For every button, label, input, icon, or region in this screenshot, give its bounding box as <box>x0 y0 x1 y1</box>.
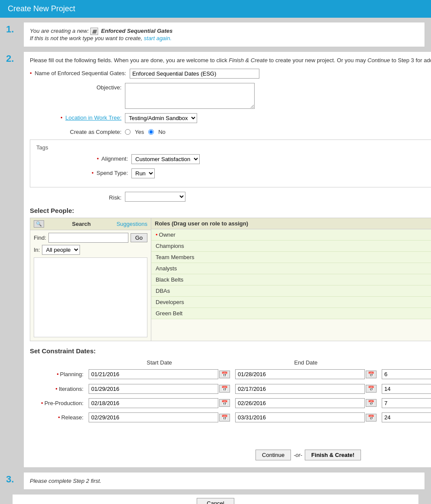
find-label: Find: <box>34 235 46 241</box>
location-label: • Location in Work Tree: <box>30 113 125 121</box>
role-team-members-label: Team Members <box>156 254 195 260</box>
role-team-members[interactable]: Team Members <box>151 252 431 263</box>
in-select[interactable]: All people <box>42 245 80 255</box>
page-title: Create New Project <box>8 4 75 13</box>
col-start-header: Start Date <box>86 358 233 367</box>
search-icon: 🔍 <box>34 220 46 228</box>
find-input[interactable] <box>48 233 128 243</box>
suggestions-link[interactable]: Suggestions <box>116 221 147 227</box>
release-duration-input[interactable] <box>382 412 431 422</box>
preprod-start-cal[interactable]: 📅 <box>219 399 230 407</box>
iterations-start-input[interactable] <box>89 384 218 394</box>
iterations-end-cal[interactable]: 📅 <box>366 385 377 393</box>
location-select[interactable]: Testing/Admin Sandbox <box>125 113 197 123</box>
planning-end-cal[interactable]: 📅 <box>366 371 377 378</box>
complete-radio-group: Yes No <box>125 127 166 135</box>
preprod-duration-input[interactable] <box>382 398 431 408</box>
planning-end-cell: 📅 <box>233 367 379 381</box>
location-row: • Location in Work Tree: Testing/Admin S… <box>30 113 431 123</box>
planning-end-input[interactable] <box>235 369 365 379</box>
dates-table: Start Date End Date Duration •Planning: <box>30 358 431 425</box>
preprod-start-input[interactable] <box>89 398 218 408</box>
release-start-cell: 📅 <box>86 410 233 425</box>
preprod-end-cell: 📅 <box>233 396 379 410</box>
preprod-row: •Pre-Production: 📅 <box>30 396 431 410</box>
step1-text: You are creating a new: ▦ Enforced Seque… <box>30 28 418 41</box>
complete-no-radio[interactable] <box>148 129 154 135</box>
risk-select[interactable] <box>125 192 185 202</box>
objective-label: Objective: <box>30 83 125 91</box>
planning-duration-input[interactable] <box>382 369 431 379</box>
release-start-input[interactable] <box>89 412 218 422</box>
role-developers[interactable]: Developers <box>151 297 431 308</box>
start-again-link[interactable]: start again. <box>144 35 172 41</box>
objective-row: Objective: <box>30 83 431 109</box>
release-end-input[interactable] <box>235 412 365 422</box>
preprod-end-cal[interactable]: 📅 <box>366 399 377 407</box>
page-header: Create New Project <box>0 0 431 18</box>
release-end-cal[interactable]: 📅 <box>366 414 377 422</box>
step1-row: 1. You are creating a new: ▦ Enforced Se… <box>6 22 425 47</box>
iterations-start-cal[interactable]: 📅 <box>219 385 230 393</box>
complete-label: Create as Complete: <box>30 127 125 135</box>
role-dbas[interactable]: DBAs <box>151 285 431 297</box>
role-owner[interactable]: •Owner <box>151 229 431 241</box>
planning-start-cal[interactable]: 📅 <box>219 371 230 378</box>
spend-select[interactable]: Run <box>131 168 155 178</box>
location-link[interactable]: Location in Work Tree: <box>65 114 121 121</box>
in-row: In: All people <box>30 244 151 257</box>
preprod-end-input[interactable] <box>235 398 365 408</box>
select-people-title: Select People: <box>30 207 431 214</box>
go-button[interactable]: Go <box>131 233 147 242</box>
tags-title: Tags <box>36 144 431 151</box>
name-input[interactable] <box>130 69 259 79</box>
spend-label: • Spend Type: <box>36 168 131 176</box>
iterations-label: •Iterations: <box>30 381 86 396</box>
planning-start-input[interactable] <box>89 369 218 379</box>
work-type-icon: ▦ <box>90 28 98 35</box>
constraint-title: Set Constraint Dates: <box>30 347 431 355</box>
role-champions[interactable]: Champions <box>151 241 431 252</box>
iterations-duration-cell: ▲ ▼ <box>379 381 431 396</box>
iterations-end-input[interactable] <box>235 384 365 394</box>
step3-row: 3. Please complete Step 2 first. <box>6 472 425 490</box>
complete-no-label: No <box>158 129 166 135</box>
step3-content: Please complete Step 2 first. <box>23 472 425 490</box>
iterations-duration-input[interactable] <box>382 384 431 394</box>
release-label: •Release: <box>30 410 86 425</box>
continue-button[interactable]: Continue <box>255 450 291 460</box>
spend-row: • Spend Type: Run <box>36 168 431 178</box>
people-list-area <box>34 257 147 337</box>
complete-yes-label: Yes <box>135 129 144 135</box>
release-duration-cell: ▲ ▼ <box>379 410 431 425</box>
role-green-belt[interactable]: Green Belt <box>151 308 431 319</box>
step2-number: 2. <box>6 53 19 64</box>
work-type-label: Enforced Sequential Gates <box>101 28 172 34</box>
role-analysts[interactable]: Analysts <box>151 263 431 274</box>
col-duration-header: Duration <box>379 358 431 367</box>
release-start-cal[interactable]: 📅 <box>219 414 230 422</box>
role-dbas-label: DBAs <box>156 288 170 294</box>
cancel-button[interactable]: Cancel <box>197 498 234 504</box>
role-black-belts[interactable]: Black Belts <box>151 274 431 285</box>
roles-header-label: Roles (Drag user on role to assign) <box>155 220 248 227</box>
risk-label: Risk: <box>30 193 125 201</box>
roles-panel-header: Roles (Drag user on role to assign) <box>151 218 431 229</box>
col-end-header: End Date <box>233 358 379 367</box>
preprod-duration-cell: ▲ ▼ <box>379 396 431 410</box>
alignment-select[interactable]: Customer Satisfaction <box>131 154 200 164</box>
role-owner-label: Owner <box>159 231 176 238</box>
in-label: In: <box>34 247 40 253</box>
step2-row: 2. Please fill out the following fields.… <box>6 51 425 468</box>
step2-content: Please fill out the following fields. Wh… <box>23 51 431 468</box>
step1-number: 1. <box>6 24 19 35</box>
constraint-section: Start Date End Date Duration •Planning: <box>30 358 431 444</box>
complete-yes-radio[interactable] <box>125 129 131 135</box>
step2-intro: Please fill out the following fields. Wh… <box>30 57 431 63</box>
finish-button[interactable]: Finish & Create! <box>305 450 361 460</box>
iterations-start-cell: 📅 <box>86 381 233 396</box>
iterations-row: •Iterations: 📅 <box>30 381 431 396</box>
release-row: •Release: 📅 📅 <box>30 410 431 425</box>
objective-textarea[interactable] <box>125 83 255 109</box>
alignment-row: • Alignment: Customer Satisfaction <box>36 154 431 164</box>
